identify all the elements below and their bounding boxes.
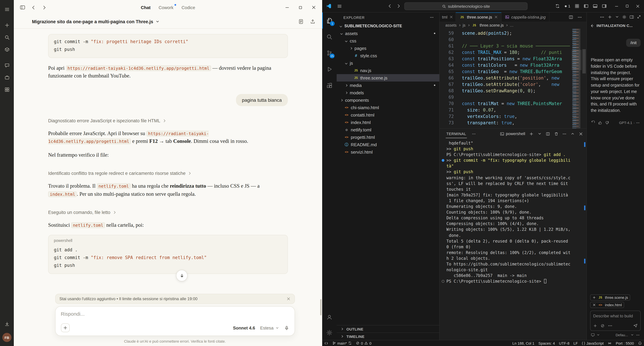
explorer-item-assets[interactable]: assets xyxy=(337,30,439,37)
explorer-item-components[interactable]: components xyxy=(337,96,439,104)
terminal-profile[interactable]: powershell xyxy=(500,131,525,136)
panel-more-icon[interactable]: ⋯ xyxy=(472,132,476,136)
maximize-button[interactable] xyxy=(298,5,303,10)
chevron-down-icon[interactable] xyxy=(615,15,619,19)
model-selector[interactable]: Sonnet 4.6 xyxy=(233,325,255,330)
update-download-button[interactable] xyxy=(2,319,12,329)
attach-icon[interactable] xyxy=(593,323,597,328)
thumbs-up-icon[interactable] xyxy=(598,121,602,125)
explorer-item-nav.js[interactable]: nav.js xyxy=(337,67,439,74)
forward-icon[interactable] xyxy=(42,5,47,10)
explorer-item-README.md[interactable]: README.md xyxy=(337,141,439,148)
branch-indicator[interactable]: main* xyxy=(330,340,354,346)
explorer-item-index.html[interactable]: index.html xyxy=(337,119,439,126)
running-indicator[interactable]: 1 xyxy=(564,4,570,8)
launch-profile-chevron-icon[interactable] xyxy=(538,132,542,136)
explorer-item-contatti.html[interactable]: contatti.html xyxy=(337,111,439,119)
indentation[interactable]: Spaces: 4 xyxy=(536,340,557,346)
activity-run-debug[interactable] xyxy=(322,61,337,77)
live-server-port[interactable]: Port : 5500 xyxy=(614,340,636,346)
context-chip-index-html[interactable]: index.html xyxy=(590,302,624,308)
projects-button[interactable] xyxy=(2,45,12,55)
expand-icon[interactable] xyxy=(637,15,641,19)
remote-indicator[interactable] xyxy=(322,340,330,346)
customize-layout-icon[interactable] xyxy=(575,4,579,9)
agent-mode-selector[interactable]: Defau... xyxy=(616,333,628,337)
chats-button[interactable] xyxy=(2,60,12,70)
split-terminal-icon[interactable] xyxy=(546,132,550,136)
search-button[interactable] xyxy=(2,32,12,43)
explorer-item-netlify.toml[interactable]: netlify.toml xyxy=(337,126,439,133)
device-icon[interactable] xyxy=(591,333,595,337)
hamburger-menu-icon[interactable] xyxy=(2,5,12,15)
conversation-title[interactable]: Migrazione sito da one-page a multi-pagi… xyxy=(32,19,160,24)
activity-search[interactable] xyxy=(322,29,337,45)
toggle-secondary-sidebar-icon[interactable] xyxy=(602,4,607,9)
toggle-sidebar-icon[interactable] xyxy=(584,4,588,9)
terminal-tab[interactable]: TERMINAL xyxy=(446,129,467,138)
toggle-panel-icon[interactable] xyxy=(593,4,598,9)
chat-settings-gear-icon[interactable] xyxy=(622,15,626,19)
mode-more-icon[interactable]: ⋯ xyxy=(636,333,640,337)
split-editor-icon[interactable] xyxy=(568,15,573,19)
send-icon[interactable] xyxy=(633,323,638,328)
encoding[interactable]: UTF-8 xyxy=(557,340,572,346)
minimap-slider[interactable] xyxy=(572,50,582,70)
explorer-item-css[interactable]: css xyxy=(337,37,439,45)
explorer-item-media[interactable]: media xyxy=(337,82,439,89)
minimize-button[interactable] xyxy=(614,4,619,8)
back-icon[interactable] xyxy=(590,24,594,28)
artifacts-icon[interactable] xyxy=(298,19,304,24)
explorer-more-icon[interactable]: ⋯ xyxy=(430,15,434,20)
new-chat-button[interactable] xyxy=(2,20,12,30)
input-more-icon[interactable]: ⋯ xyxy=(608,323,613,328)
cursor-position[interactable]: Ln 188, Col 1 xyxy=(510,340,536,346)
chevron-down-icon[interactable] xyxy=(630,333,634,336)
activity-settings-gear[interactable] xyxy=(322,325,337,340)
back-icon[interactable] xyxy=(31,5,36,10)
kill-terminal-icon[interactable] xyxy=(554,132,558,136)
maximize-panel-icon[interactable] xyxy=(570,132,575,136)
user-avatar[interactable]: FB xyxy=(2,333,12,342)
minimap[interactable] xyxy=(572,29,582,128)
minimize-button[interactable] xyxy=(285,5,290,10)
chat-input[interactable]: Describe what to build ⋯ xyxy=(590,311,641,331)
tool-use-summary[interactable]: Eseguito un comando, file letto xyxy=(48,210,288,215)
tab-three-scene-js[interactable]: three.scene.js xyxy=(456,13,502,22)
attach-button[interactable] xyxy=(61,323,70,332)
tab-cappella-sistina-jpg[interactable]: cappella-sistina.jpg xyxy=(502,13,549,22)
thumbs-down-icon[interactable] xyxy=(605,121,609,125)
tool-use-summary[interactable]: Identificato conflitto tra regole redire… xyxy=(48,171,288,176)
explorer-item-servizi.html[interactable]: servizi.html xyxy=(337,148,439,156)
tab-cowork[interactable]: Cowork xyxy=(158,5,173,10)
maximize-button[interactable] xyxy=(625,4,629,8)
close-panel-icon[interactable] xyxy=(579,132,583,136)
explorer-item-chi-siamo.html[interactable]: chi-siamo.html xyxy=(337,104,439,111)
menu-icon[interactable] xyxy=(337,4,342,9)
close-button[interactable] xyxy=(312,5,316,10)
apps-button[interactable] xyxy=(2,85,12,95)
explorer-item-pages[interactable]: pages xyxy=(337,45,439,52)
context-chip-three-scene[interactable]: three.scene.js xyxy=(590,294,630,300)
new-chat-icon[interactable] xyxy=(608,15,612,19)
nav-back-icon[interactable] xyxy=(388,4,392,9)
explorer-root-folder[interactable]: SUBLIMETECNOLOGICO-SITE xyxy=(337,22,439,30)
eol[interactable]: LF xyxy=(572,340,580,346)
explorer-item-models[interactable]: models xyxy=(337,89,439,96)
breadcrumbs[interactable]: assets js three.scene.js … xyxy=(440,22,586,29)
tool-use-summary[interactable]: Diagnosticato errore JavaScript e ispezi… xyxy=(48,118,288,123)
activity-explorer[interactable]: 1 xyxy=(322,13,337,29)
activity-accounts[interactable] xyxy=(322,309,337,325)
regenerate-icon[interactable] xyxy=(591,121,595,125)
terminal-output[interactable]: hqdefault">> git pushPS C:\Progetti\subl… xyxy=(440,139,586,340)
share-icon[interactable] xyxy=(310,19,316,24)
terminal-more-icon[interactable]: ⋯ xyxy=(562,132,566,136)
mention-icon[interactable] xyxy=(600,323,604,328)
chat-scrollbar[interactable] xyxy=(320,299,322,315)
cowork-button[interactable] xyxy=(2,73,12,83)
model-label[interactable]: GPT-4.1·⋯ xyxy=(619,121,640,125)
language-mode[interactable]: { }JavaScript xyxy=(580,340,606,346)
scroll-to-bottom-button[interactable] xyxy=(176,270,188,281)
sidebar-toggle-icon[interactable] xyxy=(20,5,25,10)
outline-section[interactable]: OUTLINE xyxy=(337,325,439,332)
